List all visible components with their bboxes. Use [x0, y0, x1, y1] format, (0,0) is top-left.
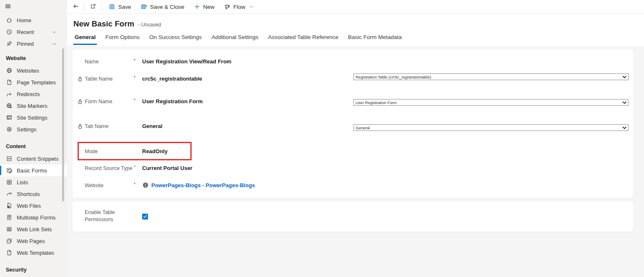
sidebar-item-content-snippets[interactable]: Content Snippets [0, 153, 67, 165]
pin-icon [6, 40, 13, 47]
sidebar-item-websites[interactable]: Websites [0, 65, 67, 76]
required-marker: * [134, 58, 135, 63]
save-close-icon [140, 3, 147, 10]
command-bar-divider [84, 3, 85, 11]
sidebar-item-multistep-forms[interactable]: Multistep Forms [0, 212, 67, 223]
field-value-mode: ReadOnly [142, 148, 168, 154]
cmd-button-label: Save & Close [150, 4, 184, 10]
sidebar-item-label: Basic Forms [17, 167, 47, 174]
cmd-save-button[interactable]: Save [104, 1, 136, 12]
sidebar-item-web-templates[interactable]: Web Templates [0, 247, 67, 259]
sidebar-item-recent[interactable]: Recent [0, 26, 67, 38]
globe-icon [142, 182, 149, 190]
sidebar-item-redirects[interactable]: Redirects [0, 88, 67, 100]
hamburger-icon [5, 3, 11, 11]
tab-general[interactable]: General [73, 33, 97, 45]
cmd-button-label: Save [118, 4, 131, 10]
tab-on-success-settings[interactable]: On Success Settings [148, 33, 203, 45]
sidebar: HomeRecentPinnedWebsiteWebsitesPage Temp… [0, 0, 67, 277]
chevron-down-icon[interactable] [52, 41, 57, 47]
sidebar-item-site-markers[interactable]: Site Markers [0, 100, 67, 112]
sidebar-item-label: Pinned [17, 41, 34, 47]
form-content: Name*User Registration View/Read FromTab… [67, 47, 644, 277]
sidebar-item-label: Web Pages [17, 238, 45, 244]
gear-icon [6, 126, 13, 133]
sidebar-item-label: Recent [17, 29, 34, 35]
cmd-flow-button[interactable]: Flow [219, 1, 259, 12]
sidebar-item-shortcuts[interactable]: Shortcuts [0, 188, 67, 200]
command-bar: SaveSave & CloseNewFlow [67, 0, 644, 14]
tab-name-dropdown[interactable]: General [353, 124, 628, 131]
record-header: New Basic Form - Unsaved GeneralForm Opt… [67, 14, 644, 46]
sidebar-item-web-pages[interactable]: Web Pages [0, 235, 67, 247]
open-in-new-icon [90, 3, 96, 11]
sidebar-item-page-templates[interactable]: Page Templates [0, 76, 67, 88]
globe-icon [6, 67, 13, 74]
tab-additional-settings[interactable]: Additional Settings [210, 33, 260, 45]
sidebar-section-header-website: Website [0, 50, 67, 65]
sidebar-item-label: Websites [17, 68, 39, 74]
field-row-name: Name*User Registration View/Read From [73, 58, 633, 66]
field-label-table-name: Table Name [85, 76, 113, 82]
select-chevron-icon [622, 75, 627, 79]
command-bar-divider [101, 3, 102, 11]
field-label-tab-name: Tab Name [85, 123, 109, 129]
form-icon [6, 167, 13, 174]
list-icon [6, 179, 13, 186]
tab-basic-form-metadata[interactable]: Basic Form Metadata [347, 33, 403, 45]
field-label-name: Name [85, 59, 99, 65]
field-row-website: Website*PowerPages-Blogs - PowerPages-Bl… [73, 182, 633, 190]
sidebar-item-settings[interactable]: Settings [0, 123, 67, 135]
sidebar-section-header-content: Content [0, 135, 67, 153]
chevron-down-icon[interactable] [52, 29, 57, 35]
sidebar-item-web-files[interactable]: Web Files [0, 200, 67, 212]
select-chevron-icon [622, 125, 627, 130]
snippet-icon [6, 155, 13, 162]
select-chevron-icon [622, 100, 627, 105]
sidebar-nav: HomeRecentPinnedWebsiteWebsitesPage Temp… [0, 14, 67, 276]
required-marker: * [134, 75, 135, 80]
field-label-mode: Mode [85, 149, 98, 154]
field-value-table-name: crc5c_registrationtable [142, 76, 202, 82]
back-button[interactable] [70, 1, 82, 12]
sidebar-item-web-link-sets[interactable]: Web Link Sets [0, 223, 67, 235]
plus-icon [194, 3, 200, 10]
page-icon [6, 79, 13, 86]
unsaved-status: - Unsaved [138, 22, 161, 28]
sidebar-item-label: Redirects [17, 91, 40, 97]
required-marker: * [134, 98, 135, 103]
shortcut-icon [6, 191, 13, 197]
dropdown-selected-value: General [356, 125, 622, 130]
permissions-section-card: Enable Table Permissions [73, 201, 633, 232]
sidebar-item-pinned[interactable]: Pinned [0, 38, 67, 50]
table-name-dropdown[interactable]: Registration Table (crc5c_registrationta… [353, 73, 628, 80]
sidebar-item-basic-forms[interactable]: Basic Forms [0, 165, 67, 176]
web-template-icon [6, 249, 13, 256]
hamburger-menu-button[interactable] [0, 0, 67, 14]
tab-form-options[interactable]: Form Options [104, 33, 141, 45]
sidebar-item-site-settings[interactable]: Site Settings [0, 112, 67, 123]
field-value-form-name: User Registration Form [142, 98, 203, 105]
flow-icon [224, 3, 231, 10]
sidebar-item-label: Shortcuts [17, 191, 40, 197]
cmd-save-close-button[interactable]: Save & Close [136, 1, 189, 12]
sidebar-item-label: Home [17, 17, 31, 24]
cmd-new-button[interactable]: New [189, 1, 219, 12]
field-label-record-source-type: Record Source Type [85, 165, 132, 171]
sidebar-scrollbar[interactable] [62, 48, 64, 201]
sidebar-item-label: Multistep Forms [17, 214, 55, 221]
form-name-dropdown[interactable]: User Registration Form [353, 99, 628, 106]
sidebar-item-lists[interactable]: Lists [0, 176, 67, 188]
sidebar-item-home[interactable]: Home [0, 14, 67, 26]
lock-icon [77, 76, 83, 84]
required-marker: * [134, 182, 135, 187]
required-marker: * [134, 165, 135, 170]
expand-record-button[interactable] [87, 1, 99, 12]
field-value-record-source-type: Current Portal User [142, 165, 192, 171]
dropdown-selected-value: Registration Table (crc5c_registrationta… [356, 75, 622, 79]
website-link[interactable]: PowerPages-Blogs - PowerPages-Blogs [151, 182, 255, 188]
cmd-button-label: Flow [234, 4, 246, 10]
enable-table-permissions-checkbox[interactable] [142, 214, 148, 220]
redirect-icon [6, 91, 13, 97]
tab-associated-table-reference[interactable]: Associated Table Reference [267, 33, 340, 45]
